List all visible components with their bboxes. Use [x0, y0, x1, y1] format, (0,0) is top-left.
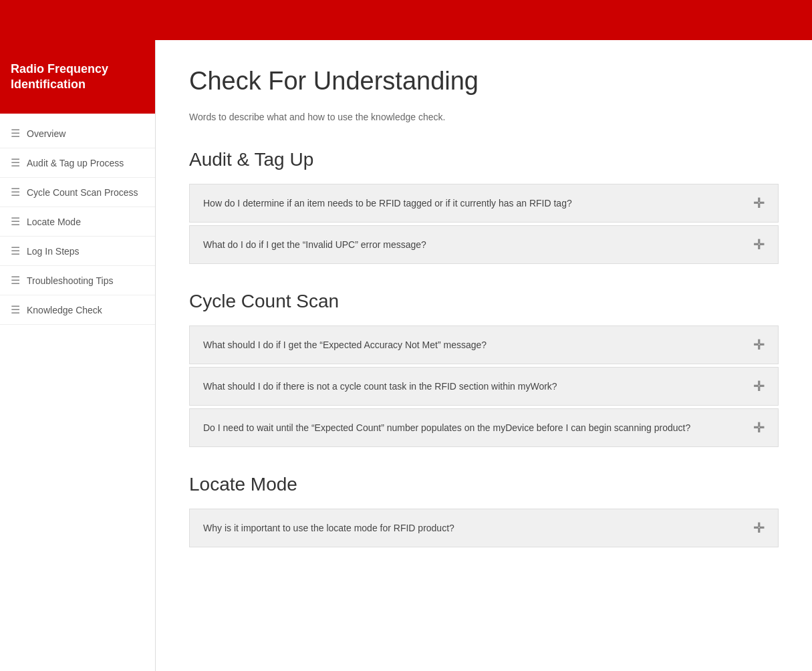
sidebar-item-overview[interactable]: ☰Overview	[0, 119, 155, 148]
menu-lines-icon: ☰	[11, 303, 20, 316]
sidebar-item-troubleshooting[interactable]: ☰Troubleshooting Tips	[0, 266, 155, 295]
menu-lines-icon: ☰	[11, 274, 20, 287]
menu-lines-icon: ☰	[11, 127, 20, 140]
sidebar-item-label: Audit & Tag up Process	[27, 158, 124, 168]
accordion-item-locate-mode-0[interactable]: Why is it important to use the locate mo…	[189, 509, 779, 547]
sidebar-title: Radio Frequency Identification	[11, 61, 144, 93]
accordion-question: Do I need to wait until the “Expected Co…	[203, 422, 742, 433]
sidebar-nav: ☰Overview☰Audit & Tag up Process☰Cycle C…	[0, 114, 155, 330]
section-cycle-count-scan: Cycle Count ScanWhat should I do if I ge…	[189, 291, 779, 447]
sidebar: Radio Frequency Identification ☰Overview…	[0, 40, 156, 671]
sidebar-item-locate-mode[interactable]: ☰Locate Mode	[0, 207, 155, 237]
accordion-question: What should I do if there is not a cycle…	[203, 381, 742, 392]
sidebar-item-label: Locate Mode	[27, 217, 81, 227]
section-audit-tag-up: Audit & Tag UpHow do I determine if an i…	[189, 149, 779, 264]
accordion-item-cycle-count-scan-2[interactable]: Do I need to wait until the “Expected Co…	[189, 408, 779, 447]
page-title: Check For Understanding	[189, 67, 779, 96]
menu-lines-icon: ☰	[11, 156, 20, 169]
accordion-expand-icon[interactable]: ✛	[753, 337, 765, 353]
section-title-cycle-count-scan: Cycle Count Scan	[189, 291, 779, 312]
accordion-item-cycle-count-scan-1[interactable]: What should I do if there is not a cycle…	[189, 367, 779, 406]
page-description: Words to describe what and how to use th…	[189, 112, 779, 122]
accordion-item-audit-tag-up-0[interactable]: How do I determine if an item needs to b…	[189, 184, 779, 223]
accordion-expand-icon[interactable]: ✛	[753, 237, 765, 253]
sidebar-item-label: Log In Steps	[27, 246, 80, 257]
sidebar-item-knowledge-check[interactable]: ☰Knowledge Check	[0, 295, 155, 325]
accordion-item-audit-tag-up-1[interactable]: What do I do if I get the “Invalid UPC” …	[189, 225, 779, 264]
section-title-locate-mode: Locate Mode	[189, 474, 779, 495]
sidebar-item-label: Knowledge Check	[27, 305, 102, 315]
accordion-item-cycle-count-scan-0[interactable]: What should I do if I get the “Expected …	[189, 325, 779, 364]
sidebar-item-label: Troubleshooting Tips	[27, 275, 113, 286]
sidebar-item-log-in-steps[interactable]: ☰Log In Steps	[0, 237, 155, 266]
menu-lines-icon: ☰	[11, 186, 20, 198]
accordion-question: What should I do if I get the “Expected …	[203, 340, 742, 350]
sidebar-item-audit-tag[interactable]: ☰Audit & Tag up Process	[0, 148, 155, 178]
sidebar-item-label: Overview	[27, 128, 65, 139]
accordion-expand-icon[interactable]: ✛	[753, 520, 765, 536]
accordion-question: How do I determine if an item needs to b…	[203, 198, 742, 209]
accordion-question: Why is it important to use the locate mo…	[203, 523, 742, 533]
sections-container: Audit & Tag UpHow do I determine if an i…	[189, 149, 779, 547]
menu-lines-icon: ☰	[11, 215, 20, 228]
sidebar-header: Radio Frequency Identification	[0, 40, 155, 114]
accordion-expand-icon[interactable]: ✛	[753, 420, 765, 436]
accordion-expand-icon[interactable]: ✛	[753, 378, 765, 394]
section-title-audit-tag-up: Audit & Tag Up	[189, 149, 779, 170]
sidebar-item-label: Cycle Count Scan Process	[27, 187, 138, 198]
main-content: Check For Understanding Words to describ…	[156, 40, 812, 671]
sidebar-item-cycle-count[interactable]: ☰Cycle Count Scan Process	[0, 178, 155, 207]
accordion-question: What do I do if I get the “Invalid UPC” …	[203, 239, 742, 250]
accordion-expand-icon[interactable]: ✛	[753, 195, 765, 211]
menu-lines-icon: ☰	[11, 245, 20, 257]
top-bar	[0, 0, 812, 40]
section-locate-mode: Locate ModeWhy is it important to use th…	[189, 474, 779, 547]
